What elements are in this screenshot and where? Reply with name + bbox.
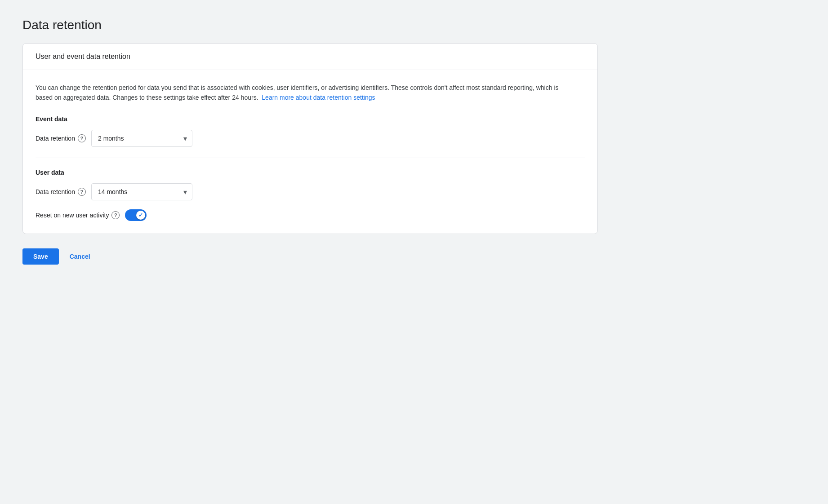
reset-on-activity-label-text: Reset on new user activity [36, 212, 109, 219]
event-data-section-title: Event data [36, 115, 585, 123]
toggle-thumb: ✓ [136, 211, 145, 220]
event-data-help-icon[interactable]: ? [78, 134, 86, 142]
card-body: You can change the retention period for … [23, 70, 597, 234]
main-card: User and event data retention You can ch… [22, 43, 598, 234]
description-text: You can change the retention period for … [36, 83, 575, 103]
user-data-section-title: User data [36, 169, 585, 176]
event-data-select-wrapper: 2 months 14 months 26 months 38 months 5… [91, 130, 192, 147]
card-header-title: User and event data retention [36, 53, 130, 60]
event-data-retention-label-text: Data retention [36, 135, 75, 142]
page-title: Data retention [22, 18, 806, 32]
event-data-retention-label: Data retention ? [36, 134, 86, 142]
event-data-section: Event data Data retention ? 2 months 14 … [36, 115, 585, 147]
user-data-retention-label-text: Data retention [36, 188, 75, 195]
user-data-retention-select[interactable]: 2 months 14 months 26 months 38 months 5… [91, 183, 192, 200]
toggle-checkmark-icon: ✓ [138, 212, 143, 218]
user-data-help-icon[interactable]: ? [78, 188, 86, 196]
reset-on-activity-row: Reset on new user activity ? ✓ [36, 209, 585, 221]
card-header: User and event data retention [23, 44, 597, 70]
learn-more-link[interactable]: Learn more about data retention settings [262, 94, 375, 101]
reset-on-activity-label: Reset on new user activity ? [36, 211, 120, 219]
event-data-retention-row: Data retention ? 2 months 14 months 26 m… [36, 130, 585, 147]
actions-row: Save Cancel [22, 248, 806, 265]
user-data-retention-label: Data retention ? [36, 188, 86, 196]
user-data-section: User data Data retention ? 2 months 14 m… [36, 169, 585, 221]
toggle-track: ✓ [125, 209, 147, 221]
save-button[interactable]: Save [22, 248, 59, 265]
user-data-select-wrapper: 2 months 14 months 26 months 38 months 5… [91, 183, 192, 200]
user-data-retention-row: Data retention ? 2 months 14 months 26 m… [36, 183, 585, 200]
cancel-button[interactable]: Cancel [66, 248, 94, 265]
reset-toggle[interactable]: ✓ [125, 209, 147, 221]
reset-help-icon[interactable]: ? [111, 211, 120, 219]
section-divider [36, 158, 585, 158]
event-data-retention-select[interactable]: 2 months 14 months 26 months 38 months 5… [91, 130, 192, 147]
